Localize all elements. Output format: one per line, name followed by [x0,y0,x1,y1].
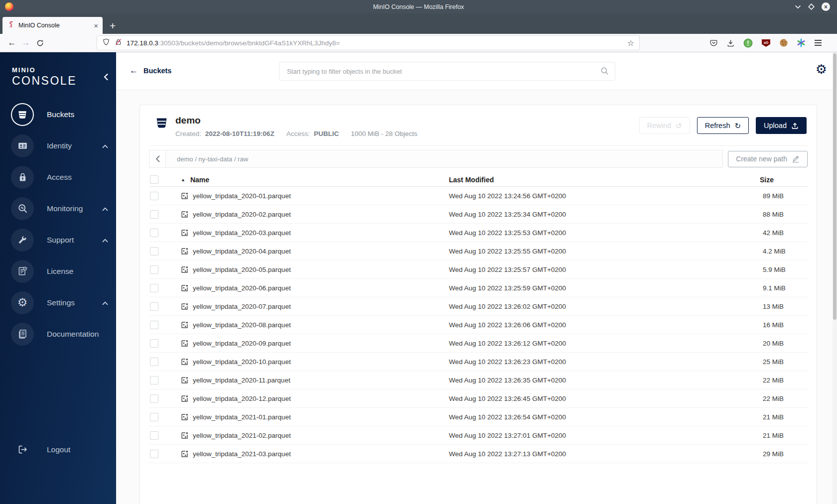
object-row[interactable]: yellow_tripdata_2020-09.parquet Wed Aug … [149,334,808,353]
window-maximize-button[interactable] [808,3,815,10]
row-checkbox[interactable] [150,210,158,219]
object-row[interactable]: yellow_tripdata_2020-11.parquet Wed Aug … [149,371,808,389]
path-back-button[interactable] [149,150,166,168]
page-scrollbar[interactable] [833,52,837,504]
object-name: yellow_tripdata_2020-11.parquet [193,377,290,384]
row-checkbox[interactable] [150,339,158,348]
object-row[interactable]: yellow_tripdata_2020-07.parquet Wed Aug … [149,297,808,316]
shield-icon[interactable] [102,38,110,48]
bookmark-star-icon[interactable]: ☆ [627,38,634,48]
content-area: demo Created: 2022-08-10T11:19:06Z Acces… [116,90,837,504]
pocket-icon[interactable] [709,39,718,47]
row-checkbox[interactable] [150,450,158,458]
chevron-up-icon[interactable] [102,141,108,150]
chevron-up-icon[interactable] [102,204,108,213]
chevron-up-icon[interactable] [102,298,108,307]
sidebar-item-label: Logout [47,445,70,454]
object-row[interactable]: yellow_tripdata_2020-01.parquet Wed Aug … [149,187,808,205]
sidebar-collapse-icon[interactable] [104,73,108,83]
row-checkbox[interactable] [150,229,158,237]
sort-asc-icon: ▲ [181,177,185,182]
column-header-name[interactable]: ▲ Name [171,176,449,184]
column-header-size[interactable]: Size [748,176,808,184]
sidebar-item-license[interactable]: License [0,255,116,287]
sidebar-item-buckets[interactable]: Buckets [0,99,116,130]
row-checkbox[interactable] [150,265,158,274]
rewind-button[interactable]: Rewind↺ [639,117,690,134]
sidebar-item-monitoring[interactable]: Monitoring [0,193,116,224]
upload-button[interactable]: Upload [756,117,807,134]
sidebar-item-logout[interactable]: Logout [0,434,116,465]
object-row[interactable]: yellow_tripdata_2020-12.parquet Wed Aug … [149,389,808,408]
create-new-path-button[interactable]: Create new path [728,151,808,167]
object-row[interactable]: yellow_tripdata_2020-05.parquet Wed Aug … [149,260,808,279]
back-to-buckets-link[interactable]: ← Buckets [130,66,171,76]
row-checkbox[interactable] [150,247,158,255]
row-checkbox[interactable] [150,358,158,366]
back-arrow-icon: ← [130,66,138,76]
tab-close-icon[interactable]: × [94,22,98,29]
row-checkbox[interactable] [150,302,158,311]
object-row[interactable]: yellow_tripdata_2020-06.parquet Wed Aug … [149,279,808,297]
object-row[interactable]: yellow_tripdata_2021-03.parquet Wed Aug … [149,445,808,463]
created-label: Created: [175,130,201,137]
sidebar-item-settings[interactable]: ⚙ Settings [0,287,116,318]
object-last-modified: Wed Aug 10 2022 13:25:57 GMT+0200 [449,266,748,273]
column-header-last-modified[interactable]: Last Modified [449,176,748,184]
license-icon [11,260,34,283]
lock-icon [11,166,34,189]
row-checkbox[interactable] [150,413,158,421]
settings-gear-icon[interactable]: ⚙ [816,63,827,76]
object-size: 89 MiB [748,192,808,200]
window-close-button[interactable]: × [822,2,830,11]
object-row[interactable]: yellow_tripdata_2020-04.parquet Wed Aug … [149,242,808,260]
filter-objects-input[interactable] [279,62,615,81]
new-tab-button[interactable]: + [110,20,116,31]
row-checkbox[interactable] [150,431,158,440]
url-bar[interactable]: 172.18.0.3:30503/buckets/demo/browse/bnk… [97,35,640,50]
documentation-icon [11,323,34,346]
asterisk-extension-icon[interactable] [797,38,806,47]
sidebar: MINIO CONSOLE Buckets Identity Access Mo… [0,52,116,504]
select-all-checkbox[interactable] [150,175,158,184]
row-checkbox[interactable] [150,321,158,329]
sidebar-item-support[interactable]: Support [0,224,116,255]
row-checkbox[interactable] [150,376,158,384]
insecure-lock-icon[interactable] [115,38,122,48]
scrollbar-thumb[interactable] [833,53,837,320]
sidebar-item-access[interactable]: Access [0,161,116,193]
object-size: 4.2 MiB [748,248,808,255]
object-row[interactable]: yellow_tripdata_2020-02.parquet Wed Aug … [149,205,808,224]
browser-back-button[interactable]: ← [5,36,19,50]
browser-tab[interactable]: MinIO Console × [2,17,103,34]
object-row[interactable]: yellow_tripdata_2021-02.parquet Wed Aug … [149,426,808,445]
row-checkbox[interactable] [150,394,158,403]
object-row[interactable]: yellow_tripdata_2020-08.parquet Wed Aug … [149,316,808,334]
browser-reload-button[interactable] [33,36,47,50]
cookie-extension-icon[interactable] [779,38,788,47]
browser-forward-button[interactable]: → [19,36,33,50]
object-row[interactable]: yellow_tripdata_2020-03.parquet Wed Aug … [149,224,808,242]
object-row[interactable]: yellow_tripdata_2021-01.parquet Wed Aug … [149,408,808,426]
browser-toolbar: ← → 172.18.0.3:30503/buckets/demo/browse… [0,34,837,52]
access-label: Access: [286,130,310,137]
sidebar-item-label: Access [47,173,72,182]
object-size: 21 MiB [748,413,808,421]
menu-hamburger-icon[interactable] [814,39,822,46]
sidebar-item-identity[interactable]: Identity [0,130,116,161]
refresh-button[interactable]: Refresh↻ [697,117,749,134]
bucket-icon [155,116,168,131]
sidebar-item-label: Settings [47,298,75,307]
downloads-icon[interactable] [726,39,735,47]
object-row[interactable]: yellow_tripdata_2020-10.parquet Wed Aug … [149,353,808,371]
ublock-origin-icon[interactable]: uO [761,39,771,47]
window-minimize-button[interactable] [795,5,801,9]
object-file-icon [181,358,188,366]
url-text[interactable]: 172.18.0.3:30503/buckets/demo/browse/bnk… [127,39,623,47]
chevron-up-icon[interactable] [102,236,108,245]
breadcrumb[interactable]: demo / ny-taxi-data / raw [166,150,723,168]
extension-green-icon[interactable] [743,38,753,48]
sidebar-item-documentation[interactable]: Documentation [0,318,116,350]
row-checkbox[interactable] [150,192,158,200]
row-checkbox[interactable] [150,284,158,292]
